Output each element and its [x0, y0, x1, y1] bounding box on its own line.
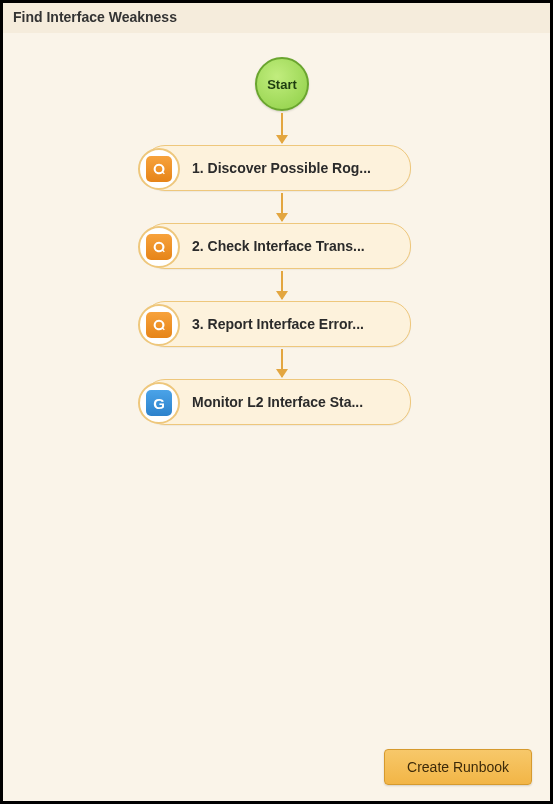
flow-step[interactable]: 3. Report Interface Error... — [143, 301, 411, 347]
runbook-designer-window: Find Interface Weakness Start 1. Discove… — [0, 0, 553, 804]
flow-step[interactable]: G Monitor L2 Interface Sta... — [143, 379, 411, 425]
flow-step[interactable]: 1. Discover Possible Rog... — [143, 145, 411, 191]
flow-arrow — [281, 113, 283, 143]
flow-step[interactable]: 2. Check Interface Trans... — [143, 223, 411, 269]
create-runbook-button[interactable]: Create Runbook — [384, 749, 532, 785]
gapp-icon: G — [138, 382, 180, 424]
flow-canvas: Start 1. Discover Possible Rog... 2. Che… — [3, 33, 550, 801]
step-label: 3. Report Interface Error... — [192, 316, 364, 332]
start-node[interactable]: Start — [255, 57, 309, 111]
step-label: 1. Discover Possible Rog... — [192, 160, 371, 176]
qapp-icon — [138, 304, 180, 346]
flow-arrow — [281, 271, 283, 299]
start-label: Start — [267, 77, 297, 92]
flow-arrow — [281, 349, 283, 377]
qapp-icon — [138, 226, 180, 268]
step-label: 2. Check Interface Trans... — [192, 238, 365, 254]
step-label: Monitor L2 Interface Sta... — [192, 394, 363, 410]
flow-arrow — [281, 193, 283, 221]
qapp-icon — [138, 148, 180, 190]
window-title: Find Interface Weakness — [3, 3, 550, 33]
